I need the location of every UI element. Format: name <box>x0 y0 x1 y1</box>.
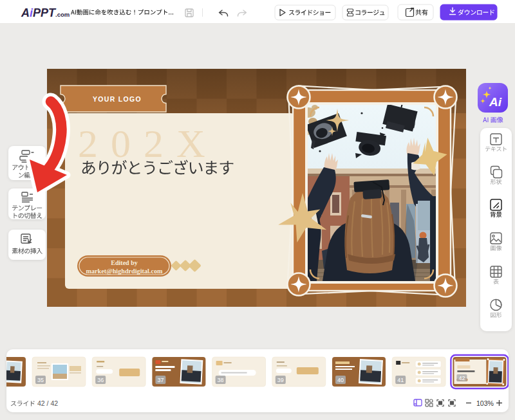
svg-text:Ai: Ai <box>489 95 502 109</box>
svg-text:38: 38 <box>218 377 224 383</box>
svg-text:39: 39 <box>277 377 284 383</box>
svg-text:40: 40 <box>337 377 344 383</box>
svg-text:103%: 103% <box>476 399 494 407</box>
svg-text:Edited by: Edited by <box>111 259 137 266</box>
svg-text:36: 36 <box>97 377 104 383</box>
svg-text:42: 42 <box>458 375 465 381</box>
svg-text:YOUR LOGO: YOUR LOGO <box>93 95 142 103</box>
svg-text:market@highdrdigital.com: market@highdrdigital.com <box>86 268 164 275</box>
svg-text:35: 35 <box>37 377 44 383</box>
svg-text:42 / 42: 42 / 42 <box>37 399 58 407</box>
svg-text:37: 37 <box>157 377 164 383</box>
svg-text:202X: 202X <box>78 122 218 165</box>
svg-text:41: 41 <box>397 377 404 383</box>
